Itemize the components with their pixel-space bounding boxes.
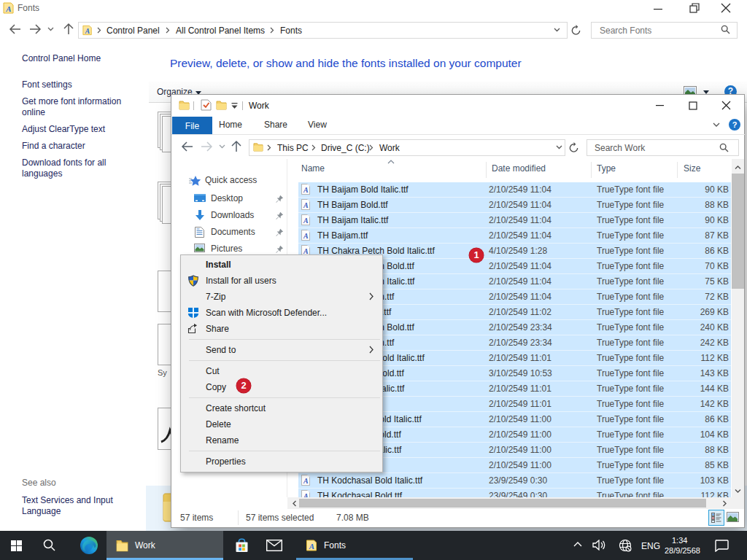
svg-text:A: A — [5, 4, 11, 13]
svg-text:A: A — [85, 27, 90, 35]
svg-text:A: A — [309, 542, 314, 551]
